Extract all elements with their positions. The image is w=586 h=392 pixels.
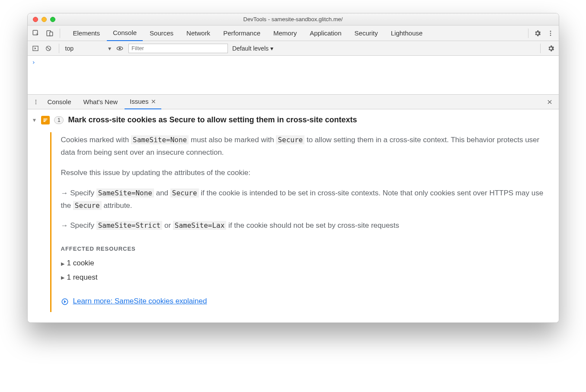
issue-header[interactable]: ▼ 1 Mark cross-site cookies as Secure to… bbox=[32, 115, 554, 124]
tab-elements[interactable]: Elements bbox=[67, 25, 106, 41]
titlebar: DevTools - samesite-sandbox.glitch.me/ bbox=[28, 13, 559, 25]
toggle-sidebar-icon[interactable] bbox=[31, 44, 40, 53]
log-levels-selector[interactable]: Default levels ▾ bbox=[232, 45, 273, 52]
window-title: DevTools - samesite-sandbox.glitch.me/ bbox=[28, 16, 559, 22]
settings-gear-icon[interactable] bbox=[532, 28, 543, 39]
inspect-element-icon[interactable] bbox=[30, 28, 42, 39]
drawer-tab-console[interactable]: Console bbox=[42, 95, 77, 109]
live-expression-icon[interactable] bbox=[115, 44, 124, 53]
issues-panel: ▼ 1 Mark cross-site cookies as Secure to… bbox=[28, 109, 559, 322]
svg-rect-14 bbox=[44, 118, 48, 119]
tab-application[interactable]: Application bbox=[304, 25, 347, 41]
expand-triangle-icon: ▶ bbox=[61, 274, 64, 282]
tab-performance[interactable]: Performance bbox=[217, 25, 266, 41]
expand-triangle-icon: ▶ bbox=[61, 260, 64, 268]
affected-resources-heading: Affected Resources bbox=[61, 244, 546, 254]
svg-rect-2 bbox=[50, 32, 53, 36]
svg-point-5 bbox=[550, 35, 551, 36]
tab-security[interactable]: Security bbox=[349, 25, 384, 41]
close-drawer-icon[interactable] bbox=[544, 97, 555, 107]
arrow-icon: → bbox=[61, 221, 70, 229]
more-options-icon[interactable] bbox=[545, 28, 556, 39]
issue-bullet-2: → Specify SameSite=Strict or SameSite=La… bbox=[61, 220, 546, 232]
tab-console[interactable]: Console bbox=[107, 25, 143, 41]
filter-input[interactable] bbox=[128, 44, 228, 53]
issue-title: Mark cross-site cookies as Secure to all… bbox=[68, 115, 357, 124]
warning-icon bbox=[41, 116, 50, 124]
console-settings-gear-icon[interactable] bbox=[547, 44, 555, 53]
device-toolbar-icon[interactable] bbox=[44, 28, 55, 39]
issue-bullet-1: → Specify SameSite=None and Secure if th… bbox=[61, 187, 546, 212]
issue-description-2: Resolve this issue by updating the attri… bbox=[61, 167, 546, 179]
chevron-down-icon: ▾ bbox=[270, 45, 273, 52]
code-samesite-none: SameSite=None bbox=[131, 135, 189, 144]
expand-caret-icon: ▼ bbox=[32, 117, 37, 123]
tab-sources[interactable]: Sources bbox=[144, 25, 179, 41]
context-label: top bbox=[65, 45, 74, 52]
svg-point-12 bbox=[35, 103, 36, 104]
svg-rect-13 bbox=[44, 120, 47, 121]
tab-lighthouse[interactable]: Lighthouse bbox=[385, 25, 429, 41]
chevron-down-icon: ▾ bbox=[108, 45, 111, 52]
drawer-tabstrip: Console What's New Issues ✕ bbox=[28, 95, 559, 109]
arrow-icon: → bbox=[61, 189, 70, 197]
learn-more-row: Learn more: SameSite cookies explained bbox=[61, 295, 546, 308]
log-levels-label: Default levels bbox=[232, 45, 269, 52]
affected-resource-request[interactable]: ▶ 1 request bbox=[61, 271, 546, 284]
svg-point-4 bbox=[550, 32, 551, 34]
learn-more-link[interactable]: Learn more: SameSite cookies explained bbox=[73, 295, 207, 308]
drawer-tab-issues[interactable]: Issues ✕ bbox=[125, 95, 161, 109]
tab-memory[interactable]: Memory bbox=[267, 25, 303, 41]
issue-body: Cookies marked with SameSite=None must a… bbox=[50, 132, 554, 312]
issue-count-badge: 1 bbox=[54, 116, 64, 124]
context-selector[interactable]: top ▾ bbox=[65, 45, 111, 52]
svg-rect-15 bbox=[44, 121, 46, 122]
console-body[interactable]: › bbox=[28, 56, 559, 95]
code-secure: Secure bbox=[276, 135, 304, 144]
close-icon[interactable]: ✕ bbox=[151, 98, 156, 105]
affected-resource-cookie[interactable]: ▶ 1 cookie bbox=[61, 257, 546, 270]
svg-point-11 bbox=[35, 101, 36, 102]
console-prompt: › bbox=[32, 59, 35, 66]
drawer-more-icon[interactable] bbox=[31, 99, 41, 105]
clear-console-icon[interactable] bbox=[44, 44, 53, 53]
console-toolbar: top ▾ Default levels ▾ bbox=[28, 41, 559, 56]
main-tabstrip: Elements Console Sources Network Perform… bbox=[28, 25, 559, 41]
devtools-window: DevTools - samesite-sandbox.glitch.me/ E… bbox=[27, 13, 559, 323]
external-link-icon bbox=[61, 298, 69, 306]
tab-network[interactable]: Network bbox=[180, 25, 216, 41]
issue-description-1: Cookies marked with SameSite=None must a… bbox=[61, 134, 546, 159]
svg-point-9 bbox=[119, 47, 121, 49]
drawer-tab-whatsnew[interactable]: What's New bbox=[78, 95, 123, 109]
svg-point-3 bbox=[550, 31, 551, 32]
svg-point-10 bbox=[35, 99, 36, 100]
